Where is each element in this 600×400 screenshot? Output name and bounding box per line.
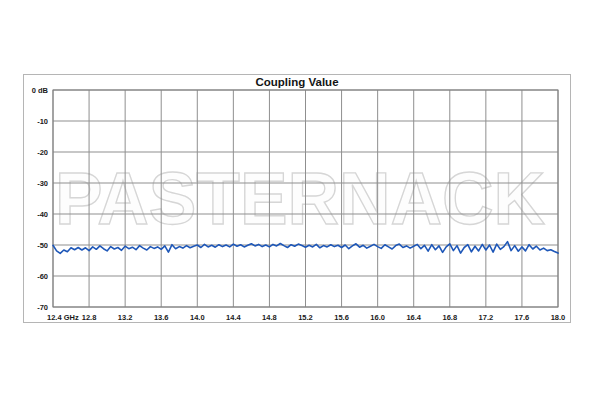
x-tick-label: 15.6 (334, 313, 349, 322)
x-tick-label: 18.0 (551, 313, 566, 322)
y-tick-label: -10 (37, 117, 48, 126)
x-tick-label: 17.6 (515, 313, 530, 322)
x-tick-label: 14.4 (226, 313, 241, 322)
y-axis-labels: 0 dB-10-20-30-40-50-60-70 (32, 86, 49, 312)
x-tick-label: 13.6 (154, 313, 169, 322)
watermark-text: PASTERNACK (55, 156, 545, 240)
x-tick-label: 14.0 (190, 313, 205, 322)
x-tick-label: 12.4 GHz (47, 313, 79, 322)
y-tick-label: 0 dB (32, 86, 49, 95)
x-tick-label: 13.2 (118, 313, 133, 322)
x-tick-label: 17.2 (479, 313, 494, 322)
y-tick-label: -50 (37, 241, 48, 250)
chart-canvas: PASTERNACK 12.4 GHz12.813.213.614.014.41… (0, 0, 600, 400)
y-tick-label: -30 (37, 179, 48, 188)
x-tick-label: 15.2 (298, 313, 313, 322)
x-tick-label: 14.8 (262, 313, 277, 322)
x-tick-label: 16.8 (442, 313, 457, 322)
y-tick-label: -40 (37, 210, 48, 219)
x-tick-label: 12.8 (82, 313, 97, 322)
y-tick-label: -70 (37, 303, 48, 312)
x-tick-label: 16.0 (370, 313, 385, 322)
x-axis-labels: 12.4 GHz12.813.213.614.014.414.815.215.6… (47, 313, 565, 322)
y-tick-label: -20 (37, 148, 48, 157)
x-tick-label: 16.4 (406, 313, 421, 322)
y-tick-label: -60 (37, 272, 48, 281)
